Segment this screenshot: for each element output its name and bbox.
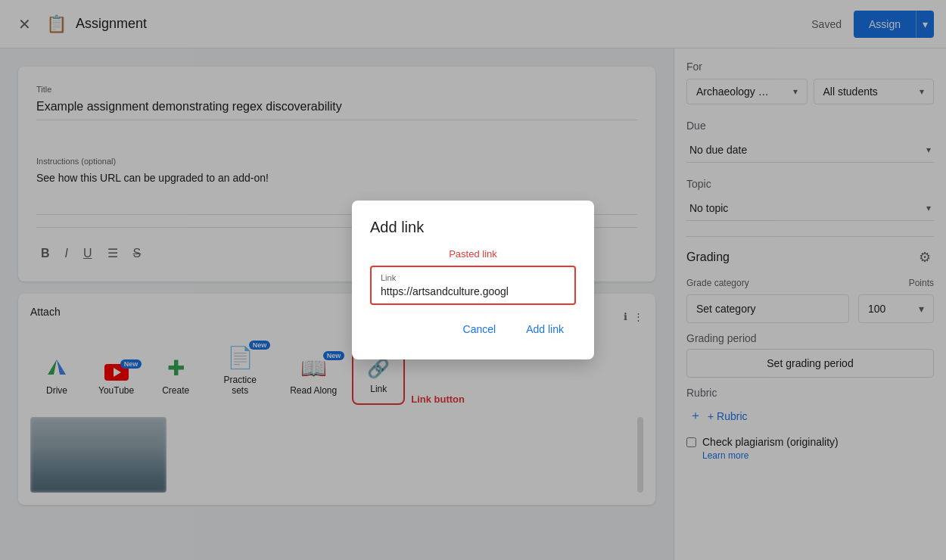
pasted-link-label: Pasted link <box>370 248 576 260</box>
modal-actions: Cancel Add link <box>370 317 576 341</box>
modal-title: Add link <box>370 219 576 236</box>
modal-overlay[interactable]: Add link Pasted link Link https://artsan… <box>0 0 946 560</box>
add-link-modal: Add link Pasted link Link https://artsan… <box>352 201 594 359</box>
link-field-value[interactable]: https://artsandculture.googl <box>381 285 565 297</box>
add-link-button[interactable]: Add link <box>514 317 576 341</box>
link-field-label: Link <box>381 273 565 282</box>
cancel-button[interactable]: Cancel <box>451 317 509 341</box>
link-input-wrapper: Link https://artsandculture.googl <box>370 266 576 305</box>
